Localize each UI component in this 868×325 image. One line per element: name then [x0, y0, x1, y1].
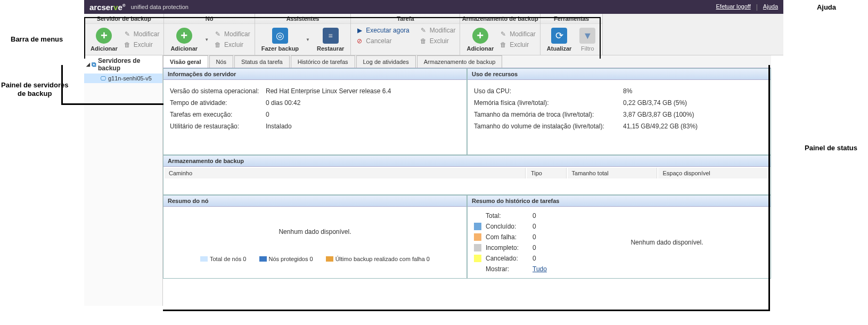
- job-history-section: Resumo do histórico de tarefas Total:0 C…: [467, 195, 771, 279]
- tab-bar: Visão geral Nós Status da tarefa Históri…: [163, 55, 771, 68]
- running-value: 0: [266, 111, 460, 118]
- modify-label: Modificar: [510, 30, 536, 38]
- delete-label: Excluir: [134, 41, 153, 48]
- vol-label: Tamanho do volume de instalação (livre/t…: [474, 123, 623, 130]
- modify-task-button[interactable]: ✎Modificar: [419, 26, 456, 35]
- backup-wizard-button[interactable]: ◎ Fazer backup: [259, 26, 301, 53]
- add-label: Adicionar: [466, 45, 494, 52]
- server-tree-panel: ◢ ⧉ Servidores de backup 🖵 g11n-senhi05-…: [84, 55, 163, 306]
- refresh-button[interactable]: ⟳ Atualizar: [545, 26, 574, 53]
- uptime-value: 0 dias 00:42: [266, 99, 460, 107]
- annotation-help: Ajuda: [817, 3, 836, 11]
- add-server-button[interactable]: + Adicionar: [88, 26, 120, 53]
- job-empty-text: Nenhum dado disponível.: [570, 212, 764, 273]
- cancel-label: Cancelar: [366, 37, 391, 45]
- modify-label: Modificar: [430, 27, 456, 34]
- storage-section: Armazenamento de backup Caminho Tipo Tam…: [163, 155, 771, 195]
- refresh-label: Atualizar: [547, 45, 571, 52]
- cancel-task-button[interactable]: ⊘Cancelar: [355, 37, 409, 45]
- group-title: Nó: [164, 14, 254, 24]
- tree-item-server[interactable]: 🖵 g11n-senhi05-v5: [84, 74, 162, 83]
- trash-icon: 🗑: [214, 40, 222, 49]
- col-total[interactable]: Tamanho total: [568, 168, 658, 178]
- annotation-servers-panel: Painel de servidores de backup: [1, 81, 68, 98]
- modify-server-button[interactable]: ✎Modificar: [123, 30, 160, 38]
- trash-icon: 🗑: [123, 40, 132, 49]
- section-title: Uso de recursos: [468, 69, 771, 80]
- job-total: Total:0: [474, 212, 570, 220]
- trash-icon: 🗑: [419, 37, 428, 45]
- toolbar-group-backup-server: Servidor de backup + Adicionar ✎Modifica…: [84, 14, 164, 55]
- col-type[interactable]: Tipo: [527, 168, 567, 178]
- delete-storage-button[interactable]: 🗑Excluir: [499, 40, 536, 49]
- job-done: Concluído:0: [474, 223, 570, 230]
- cpu-value: 8%: [623, 87, 764, 95]
- tab-activity-log[interactable]: Log de atividades: [356, 55, 416, 68]
- delete-node-button[interactable]: 🗑Excluir: [214, 40, 250, 49]
- group-title: Servidor de backup: [84, 14, 163, 24]
- tree-root-label: Servidores de backup: [98, 57, 160, 72]
- delete-label: Excluir: [224, 41, 243, 48]
- tree-root[interactable]: ◢ ⧉ Servidores de backup: [84, 55, 162, 74]
- server-info-section: Informações do servidor Versão do sistem…: [163, 68, 467, 155]
- storage-table: Caminho Tipo Tamanho total Espaço dispon…: [163, 167, 771, 194]
- tab-overview[interactable]: Visão geral: [163, 55, 208, 68]
- brand-text-2: e: [118, 3, 122, 12]
- chevron-down-icon[interactable]: ▼: [204, 37, 209, 42]
- annotation-status-panel: Painel de status: [805, 144, 857, 152]
- col-path[interactable]: Caminho: [165, 168, 526, 178]
- filter-button[interactable]: ▼ Filtro: [577, 26, 598, 53]
- toolbar-group-node: Nó + Adicionar ▼ ✎Modificar 🗑Excluir: [164, 14, 255, 55]
- job-fail: Com falha:0: [474, 233, 570, 241]
- filter-label: Filtro: [581, 45, 594, 52]
- tree-item-label: g11n-senhi05-v5: [108, 75, 152, 82]
- os-value: Red Hat Enterprise Linux Server release …: [266, 87, 460, 95]
- tree-collapse-icon: ◢: [86, 62, 90, 67]
- brand-logo: arcserve®: [89, 3, 126, 12]
- chevron-down-icon[interactable]: ▼: [306, 37, 310, 42]
- tab-nodes[interactable]: Nós: [209, 55, 234, 68]
- toolbar-group-tools: Ferramentas ⟳ Atualizar ▼ Filtro: [541, 14, 603, 55]
- resources-section: Uso de recursos Uso da CPU:8% Memória fí…: [467, 68, 771, 155]
- backup-icon: ◎: [272, 28, 288, 44]
- tab-task-status[interactable]: Status da tarefa: [234, 55, 290, 68]
- brand-text-1: arcser: [89, 3, 113, 12]
- delete-task-button[interactable]: 🗑Excluir: [419, 37, 456, 45]
- node-empty-text: Nenhum dado disponível.: [170, 212, 460, 251]
- run-now-button[interactable]: ▶Executar agora: [355, 26, 409, 35]
- annotation-menubar: Barra de menus: [11, 35, 63, 43]
- uptime-label: Tempo de atividade:: [170, 99, 266, 107]
- tab-task-history[interactable]: Histórico de tarefas: [291, 55, 355, 68]
- pencil-icon: ✎: [419, 26, 428, 35]
- job-cancel: Cancelado:0: [474, 255, 570, 262]
- legend-total: Total de nós 0: [200, 256, 247, 262]
- col-free[interactable]: Espaço disponível: [658, 168, 769, 178]
- restore-wizard-button[interactable]: ≡ Restaurar: [315, 26, 346, 53]
- backup-label: Fazer backup: [261, 45, 299, 52]
- modify-label: Modificar: [134, 30, 160, 38]
- pencil-icon: ✎: [214, 30, 222, 38]
- job-incomplete: Incompleto:0: [474, 244, 570, 251]
- add-label: Adicionar: [170, 45, 198, 52]
- cancel-icon: ⊘: [355, 37, 364, 45]
- modify-node-button[interactable]: ✎Modificar: [214, 30, 250, 38]
- group-title: Assistentes: [255, 14, 351, 24]
- add-storage-button[interactable]: + Adicionar: [464, 26, 496, 53]
- section-title: Informações do servidor: [163, 69, 466, 80]
- tagline: unified data protection: [131, 4, 189, 10]
- add-node-button[interactable]: + Adicionar: [168, 26, 200, 53]
- running-label: Tarefas em execução:: [170, 111, 266, 118]
- help-link[interactable]: Ajuda: [763, 3, 778, 11]
- pencil-icon: ✎: [123, 30, 132, 38]
- delete-server-button[interactable]: 🗑Excluir: [123, 40, 160, 49]
- modify-storage-button[interactable]: ✎Modificar: [499, 30, 536, 38]
- separator: |: [756, 3, 758, 11]
- plus-icon: +: [472, 28, 488, 44]
- tab-storage[interactable]: Armazenamento de backup: [417, 55, 503, 68]
- show-all-link[interactable]: Tudo: [533, 265, 547, 273]
- node-summary-section: Resumo do nó Nenhum dado disponível. Tot…: [163, 195, 467, 279]
- vol-value: 41,15 GB/49,22 GB (83%): [623, 123, 764, 130]
- section-title: Resumo do nó: [163, 196, 466, 207]
- trash-icon: 🗑: [499, 40, 507, 49]
- logoff-link[interactable]: Efetuar logoff: [716, 3, 751, 11]
